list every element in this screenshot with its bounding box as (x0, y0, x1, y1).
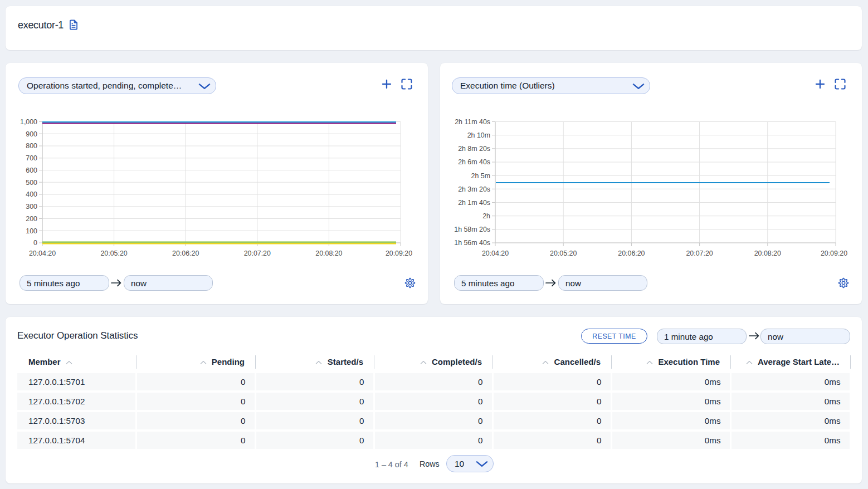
svg-text:2h 3m 20s: 2h 3m 20s (458, 185, 490, 193)
svg-text:2h 8m 20s: 2h 8m 20s (458, 145, 490, 153)
svg-text:20:05:20: 20:05:20 (100, 250, 127, 257)
svg-text:1h 56m 40s: 1h 56m 40s (454, 239, 490, 247)
svg-text:20:07:20: 20:07:20 (244, 250, 271, 257)
svg-text:20:06:20: 20:06:20 (618, 250, 645, 257)
svg-text:300: 300 (26, 203, 37, 211)
svg-text:20:09:20: 20:09:20 (821, 250, 847, 257)
svg-text:2h 10m: 2h 10m (467, 131, 490, 139)
svg-text:200: 200 (26, 215, 37, 223)
svg-text:600: 600 (26, 167, 37, 174)
svg-text:0: 0 (33, 239, 37, 247)
svg-text:900: 900 (26, 130, 37, 138)
svg-text:400: 400 (26, 190, 37, 198)
svg-text:2h 1m 40s: 2h 1m 40s (458, 199, 490, 207)
svg-text:1,000: 1,000 (20, 118, 37, 126)
svg-text:2h: 2h (482, 212, 490, 220)
svg-text:2h 6m 40s: 2h 6m 40s (458, 158, 490, 166)
svg-text:20:07:20: 20:07:20 (686, 250, 713, 257)
svg-text:2h 11m 40s: 2h 11m 40s (455, 118, 490, 126)
svg-text:20:09:20: 20:09:20 (386, 250, 412, 257)
svg-text:1h 58m 20s: 1h 58m 20s (454, 226, 490, 233)
svg-text:800: 800 (26, 142, 37, 150)
svg-text:20:08:20: 20:08:20 (315, 250, 342, 257)
svg-text:2h 5m: 2h 5m (471, 172, 490, 180)
svg-text:20:08:20: 20:08:20 (754, 250, 781, 257)
svg-text:100: 100 (26, 227, 37, 235)
svg-text:700: 700 (26, 154, 37, 162)
svg-text:20:04:20: 20:04:20 (482, 250, 509, 257)
svg-text:20:05:20: 20:05:20 (550, 250, 577, 257)
svg-text:500: 500 (26, 179, 37, 187)
svg-text:20:06:20: 20:06:20 (172, 250, 199, 257)
svg-text:20:04:20: 20:04:20 (29, 250, 56, 257)
